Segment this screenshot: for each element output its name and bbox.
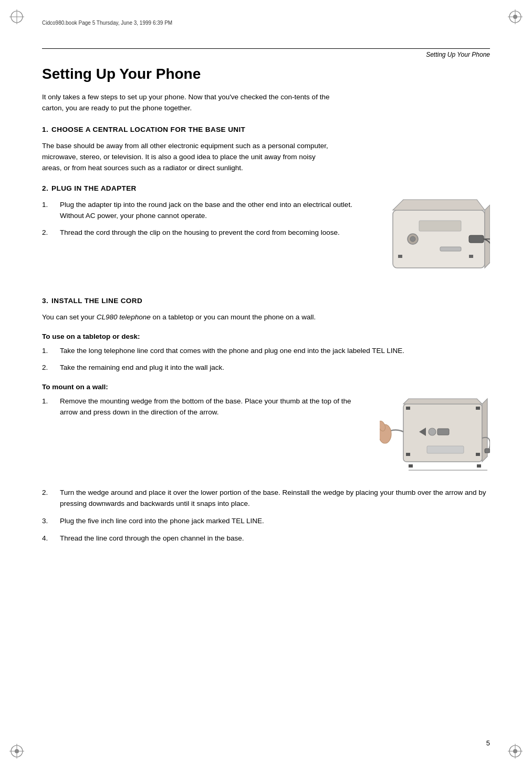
svg-rect-24	[398, 255, 402, 258]
svg-point-19	[410, 236, 415, 242]
section-2-divider: 2.Plug in the Adapter 1. Plug the adapte…	[42, 184, 490, 286]
page: Cidco980.book Page 5 Thursday, June 3, 1…	[0, 0, 532, 768]
item-text: Plug the adapter tip into the round jack…	[60, 200, 375, 222]
section-2-number: 2.	[42, 184, 48, 192]
item-number: 1.	[42, 396, 54, 418]
item-number: 2.	[42, 362, 54, 373]
section-1-body: The base should be away from all other e…	[42, 141, 336, 174]
list-item: 4. Thread the line cord through the open…	[42, 533, 490, 544]
item-text: Take the long telephone line cord that c…	[60, 346, 404, 357]
list-item: 2. Take the remaining end and plug it in…	[42, 362, 490, 373]
section-1-divider: 1.Choose a Central Location for the Base…	[42, 126, 490, 174]
item-number: 3.	[42, 516, 54, 527]
svg-rect-22	[440, 247, 461, 251]
corner-mark-tl	[9, 9, 24, 24]
wall-list: 1. Remove the mounting wedge from the bo…	[42, 396, 370, 418]
phone-adapter-image	[388, 194, 490, 286]
item-number: 1.	[42, 200, 54, 222]
item-text: Turn the wedge around and place it over …	[60, 487, 490, 510]
svg-rect-41	[409, 470, 487, 471]
section-3-number: 3.	[42, 297, 48, 305]
item-text: Remove the mounting wedge from the botto…	[60, 396, 370, 418]
header-rule	[42, 48, 490, 49]
wall-mount-layout: 1. Remove the mounting wedge from the bo…	[42, 396, 490, 480]
wall-mount-text: 1. Remove the mounting wedge from the bo…	[42, 396, 370, 480]
section-1-heading-text: Choose a Central Location for the Base U…	[51, 126, 245, 133]
intro-paragraph: It only takes a few steps to set up your…	[42, 92, 336, 114]
item-number: 4.	[42, 533, 54, 544]
tabletop-list: 1. Take the long telephone line cord tha…	[42, 346, 490, 374]
corner-mark-tr	[508, 9, 523, 24]
corner-mark-bl	[9, 744, 24, 759]
svg-rect-30	[476, 407, 480, 410]
section-2-items: 1. Plug the adapter tip into the round j…	[42, 200, 375, 239]
section-2-heading-text: Plug in the Adapter	[51, 184, 137, 192]
svg-rect-29	[406, 407, 410, 410]
meta-line: Cidco980.book Page 5 Thursday, June 3, 1…	[42, 20, 172, 26]
item-number: 1.	[42, 346, 54, 357]
svg-marker-27	[403, 399, 482, 404]
svg-rect-33	[437, 429, 449, 435]
item-number: 2.	[42, 227, 54, 238]
list-item: 1. Plug the adapter tip into the round j…	[42, 200, 375, 222]
list-item: 3. Plug the five inch line cord into the…	[42, 516, 490, 527]
section-2-heading: 2.Plug in the Adapter	[42, 184, 490, 192]
section-3-intro: You can set your CL980 telephone on a ta…	[42, 312, 336, 323]
section-1-heading: 1.Choose a Central Location for the Base…	[42, 126, 490, 133]
svg-point-34	[429, 428, 436, 435]
svg-rect-25	[469, 255, 473, 258]
header-title: Setting Up Your Phone	[42, 51, 490, 58]
svg-marker-17	[485, 205, 490, 268]
page-number: 5	[486, 739, 490, 747]
svg-rect-32	[476, 453, 480, 456]
item-number: 2.	[42, 487, 54, 510]
wall-mount-image	[380, 396, 490, 480]
section-3-heading-text: Install the Line Cord	[51, 297, 142, 305]
item-text: Take the remaining end and plug it into …	[60, 362, 224, 373]
list-item: 2. Thread the cord through the clip on t…	[42, 227, 375, 238]
svg-rect-31	[406, 453, 410, 456]
wall-list-continued: 2. Turn the wedge around and place it ov…	[42, 487, 490, 544]
corner-mark-br	[508, 744, 523, 759]
item-text: Thread the line cord through the open ch…	[60, 533, 244, 544]
item-text: Thread the cord through the clip on the …	[60, 227, 340, 238]
chapter-title: Setting Up Your Phone	[42, 66, 490, 82]
list-item: 2. Turn the wedge around and place it ov…	[42, 487, 490, 510]
svg-rect-39	[409, 464, 413, 468]
svg-rect-38	[427, 446, 464, 453]
list-item: 1. Remove the mounting wedge from the bo…	[42, 396, 370, 418]
tabletop-subhead: To use on a tabletop or desk:	[42, 333, 490, 340]
section-2-layout: 1. Plug the adapter tip into the round j…	[42, 200, 490, 286]
svg-marker-16	[393, 200, 485, 210]
svg-rect-20	[469, 235, 484, 243]
item-text: Plug the five inch line cord into the ph…	[60, 516, 264, 527]
svg-rect-40	[477, 464, 481, 468]
list-item: 1. Take the long telephone line cord tha…	[42, 346, 490, 357]
svg-rect-23	[419, 221, 461, 231]
section-3-heading: 3.Install the Line Cord	[42, 297, 490, 305]
section-3-divider: 3.Install the Line Cord You can set your…	[42, 297, 490, 544]
wall-subhead: To mount on a wall:	[42, 383, 490, 391]
section-2-list: 1. Plug the adapter tip into the round j…	[42, 200, 375, 286]
svg-rect-37	[485, 449, 490, 453]
section-1-number: 1.	[42, 126, 48, 133]
